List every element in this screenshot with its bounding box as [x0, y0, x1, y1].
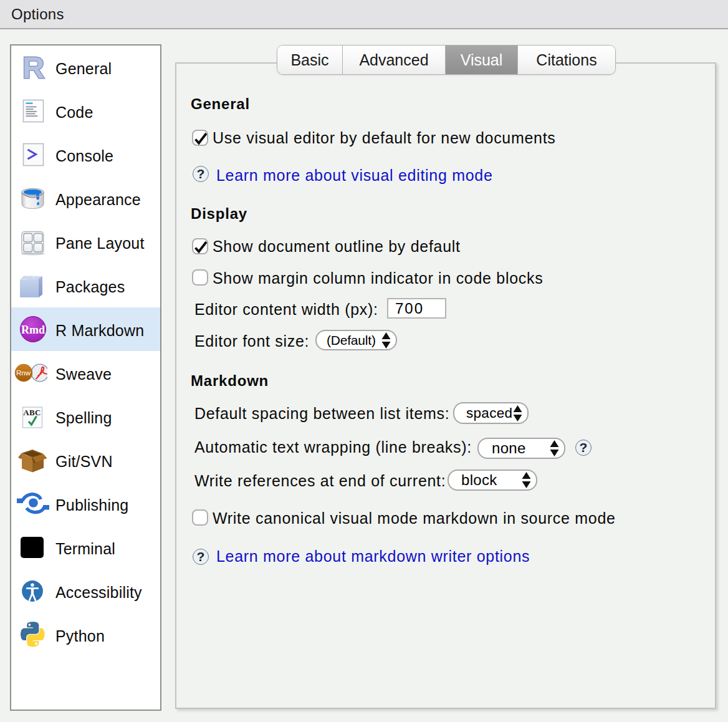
- svg-text:ABC: ABC: [23, 408, 41, 417]
- svg-text:Rmd: Rmd: [21, 324, 45, 336]
- svg-text:Rnw: Rnw: [16, 369, 31, 377]
- svg-text:R: R: [22, 54, 44, 81]
